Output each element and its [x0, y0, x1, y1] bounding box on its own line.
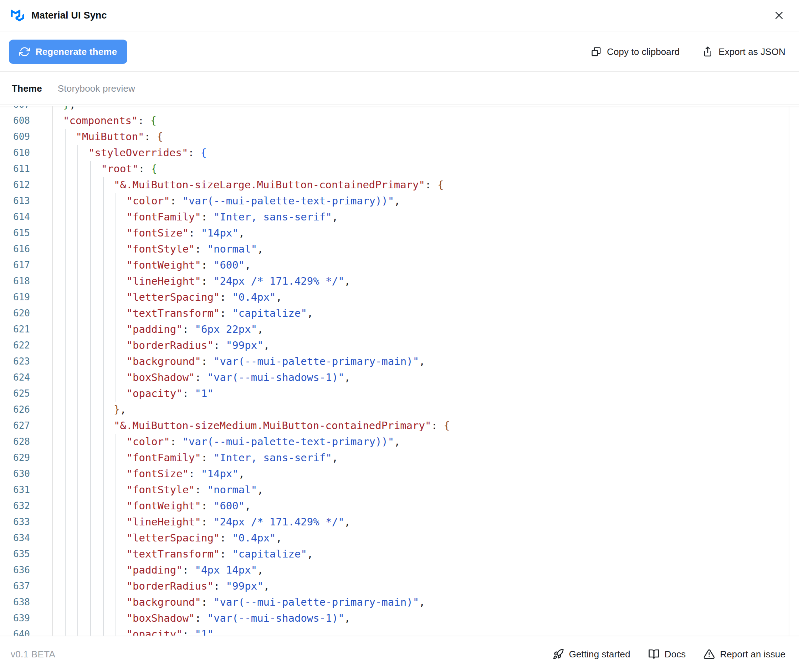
line-number: 625 — [0, 386, 52, 402]
line-number: 607 — [0, 106, 52, 113]
line-number: 636 — [0, 562, 52, 578]
line-number: 610 — [0, 145, 52, 161]
code-text: "fontFamily": "Inter, sans-serif", — [126, 209, 338, 225]
code-line: 627"&.MuiButton-sizeMedium.MuiButton-con… — [0, 418, 799, 434]
code-line: 614"fontFamily": "Inter, sans-serif", — [0, 209, 799, 225]
code-text: }, — [114, 402, 126, 418]
tabs-bar: Theme Storybook preview — [0, 73, 799, 105]
indent-guides — [63, 257, 126, 273]
code-line: 631"fontStyle": "normal", — [0, 482, 799, 498]
code-lines: 607},608"components": {609"MuiButton": {… — [0, 106, 799, 635]
indent-guides — [63, 129, 76, 145]
rocket-icon — [553, 648, 564, 660]
indent-guides — [63, 562, 126, 578]
code-text: "opacity": "1" — [126, 386, 214, 402]
indent-guides — [63, 273, 126, 289]
code-text: "fontSize": "14px", — [126, 225, 245, 241]
line-number: 640 — [0, 626, 52, 635]
docs-label: Docs — [665, 649, 686, 660]
getting-started-link[interactable]: Getting started — [553, 648, 630, 660]
code-text: "&.MuiButton-sizeLarge.MuiButton-contain… — [114, 177, 444, 193]
code-text: "lineHeight": "24px /* 171.429% */", — [126, 273, 351, 289]
line-number: 639 — [0, 610, 52, 626]
line-number: 616 — [0, 241, 52, 257]
code-text: "background": "var(--mui-palette-primary… — [126, 354, 425, 370]
line-number: 617 — [0, 257, 52, 273]
code-line: 626}, — [0, 402, 799, 418]
code-text: "styleOverrides": { — [88, 145, 207, 161]
code-text: "textTransform": "capitalize", — [126, 305, 313, 322]
indent-guides — [63, 514, 126, 530]
code-text: "letterSpacing": "0.4px", — [126, 289, 282, 305]
line-number: 624 — [0, 370, 52, 386]
code-line: 610"styleOverrides": { — [0, 145, 799, 161]
code-line: 608"components": { — [0, 113, 799, 129]
code-text: "color": "var(--mui-palette-text-primary… — [126, 434, 400, 450]
code-line: 629"fontFamily": "Inter, sans-serif", — [0, 450, 799, 466]
code-line: 616"fontStyle": "normal", — [0, 241, 799, 257]
code-text: "boxShadow": "var(--mui-shadows-1)", — [126, 370, 351, 386]
code-line: 609"MuiButton": { — [0, 129, 799, 145]
line-number: 619 — [0, 289, 52, 305]
footer-links: Getting started Docs — [553, 648, 785, 660]
code-text: "lineHeight": "24px /* 171.429% */", — [126, 514, 351, 530]
close-button[interactable] — [770, 7, 788, 24]
code-text: "components": { — [63, 113, 157, 129]
indent-guides — [63, 450, 126, 466]
copy-to-clipboard-button[interactable]: Copy to clipboard — [591, 46, 679, 58]
code-text: "boxShadow": "var(--mui-shadows-1)", — [126, 610, 351, 626]
indent-guides — [63, 626, 126, 635]
indent-guides — [63, 225, 126, 241]
tab-storybook-preview[interactable]: Storybook preview — [58, 83, 135, 94]
docs-link[interactable]: Docs — [648, 648, 686, 660]
line-number: 611 — [0, 161, 52, 177]
code-line: 613"color": "var(--mui-palette-text-prim… — [0, 193, 799, 209]
warning-icon — [703, 648, 715, 660]
toolbar: Regenerate theme Copy to clipboard — [0, 32, 799, 72]
indent-guides — [63, 530, 126, 546]
code-text: "fontWeight": "600", — [126, 498, 251, 514]
code-line: 628"color": "var(--mui-palette-text-prim… — [0, 434, 799, 450]
regenerate-theme-label: Regenerate theme — [36, 46, 117, 58]
sync-icon — [19, 46, 30, 57]
gutter-divider — [52, 106, 53, 635]
code-line: 611"root": { — [0, 161, 799, 177]
scrollbar-track[interactable] — [789, 106, 789, 635]
indent-guides — [63, 466, 126, 482]
indent-guides — [63, 209, 126, 225]
code-line: 623"background": "var(--mui-palette-prim… — [0, 354, 799, 370]
line-number: 638 — [0, 594, 52, 610]
indent-guides — [63, 338, 126, 354]
code-line: 612"&.MuiButton-sizeLarge.MuiButton-cont… — [0, 177, 799, 193]
indent-guides — [63, 161, 101, 177]
regenerate-theme-button[interactable]: Regenerate theme — [9, 40, 127, 64]
report-an-issue-label: Report an issue — [720, 649, 785, 660]
getting-started-label: Getting started — [569, 649, 630, 660]
copy-to-clipboard-label: Copy to clipboard — [607, 46, 679, 58]
code-line: 634"letterSpacing": "0.4px", — [0, 530, 799, 546]
code-line: 632"fontWeight": "600", — [0, 498, 799, 514]
indent-guides — [63, 402, 114, 418]
plugin-footer: v0.1 BETA Getting started — [0, 635, 799, 672]
line-number: 635 — [0, 546, 52, 562]
code-line: 638"background": "var(--mui-palette-prim… — [0, 594, 799, 610]
line-number: 630 — [0, 466, 52, 482]
export-as-json-button[interactable]: Export as JSON — [702, 46, 785, 58]
code-editor[interactable]: 607},608"components": {609"MuiButton": {… — [0, 106, 799, 635]
code-line: 637"borderRadius": "99px", — [0, 578, 799, 594]
code-text: }, — [63, 106, 75, 113]
code-text: "borderRadius": "99px", — [126, 578, 270, 594]
line-number: 613 — [0, 193, 52, 209]
line-number: 634 — [0, 530, 52, 546]
indent-guides — [63, 498, 126, 514]
indent-guides — [63, 594, 126, 610]
code-text: "fontStyle": "normal", — [126, 241, 264, 257]
indent-guides — [63, 370, 126, 386]
code-line: 618"lineHeight": "24px /* 171.429% */", — [0, 273, 799, 289]
code-text: "borderRadius": "99px", — [126, 338, 270, 354]
tab-theme[interactable]: Theme — [12, 83, 42, 94]
line-number: 608 — [0, 113, 52, 129]
report-an-issue-link[interactable]: Report an issue — [703, 648, 785, 660]
code-text: "color": "var(--mui-palette-text-primary… — [126, 193, 400, 209]
code-text: "letterSpacing": "0.4px", — [126, 530, 282, 546]
